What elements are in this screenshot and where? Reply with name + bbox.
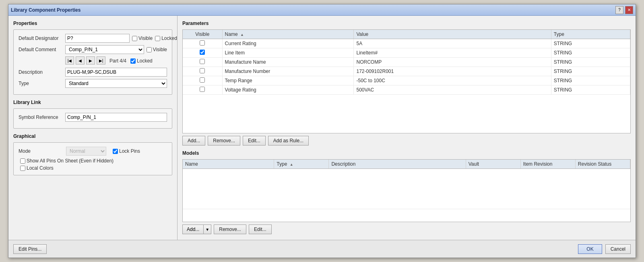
library-link-section: Library Link Symbol Reference	[13, 100, 172, 129]
lock-pins-checkbox[interactable]	[113, 149, 118, 154]
params-cell-value-4: -50C to 100C	[354, 76, 551, 85]
parameters-action-buttons: Add... Remove... Edit... Add as Rule...	[182, 133, 631, 146]
models-wrapper: Models Name Type ▲	[182, 150, 631, 235]
default-designator-input[interactable]	[65, 34, 130, 43]
models-add-dropdown-button[interactable]: ▼	[203, 225, 211, 234]
params-add-as-rule-button[interactable]: Add as Rule...	[268, 136, 309, 146]
show-all-pins-label: Show All Pins On Sheet (Even if Hidden)	[20, 158, 167, 164]
help-button[interactable]: ?	[615, 6, 623, 14]
properties-section: Properties Default Designator Visible Lo…	[13, 21, 172, 95]
models-thead: Name Type ▲ Description Va	[183, 160, 630, 169]
params-cell-name-0: Current Rating	[222, 39, 354, 48]
edit-pins-button[interactable]: Edit Pins...	[13, 244, 47, 254]
nav-last-button[interactable]: ▶|	[97, 56, 105, 64]
params-row-2[interactable]: Manufacture Name NORCOMP STRING	[183, 58, 630, 67]
ok-button[interactable]: OK	[578, 244, 602, 254]
params-visible-checkbox-1[interactable]	[200, 50, 205, 55]
models-title: Models	[182, 150, 631, 156]
local-colors-checkbox[interactable]	[20, 166, 25, 171]
models-header-row: Name Type ▲ Description Va	[183, 160, 630, 169]
models-add-button[interactable]: Add...	[182, 225, 203, 234]
params-add-button[interactable]: Add...	[182, 136, 205, 146]
mode-select[interactable]: Normal	[66, 147, 106, 156]
locked-checkbox[interactable]	[155, 36, 160, 41]
lock-pins-label: Lock Pins	[113, 148, 140, 154]
window-title: Library Component Properties	[11, 7, 80, 13]
params-cell-visible-3	[183, 67, 222, 76]
parameters-section: Visible Name ▲ Value	[182, 29, 631, 133]
col-header-type[interactable]: Type	[551, 30, 630, 39]
col-header-value[interactable]: Value	[354, 30, 551, 39]
params-row-0[interactable]: Current Rating 5A STRING	[183, 39, 630, 48]
models-remove-button[interactable]: Remove...	[214, 225, 246, 234]
params-remove-button[interactable]: Remove...	[208, 136, 240, 146]
params-visible-checkbox-0[interactable]	[200, 40, 205, 46]
nav-next-button[interactable]: ▶	[86, 56, 95, 64]
mode-label: Mode	[19, 148, 63, 154]
params-cell-type-3: STRING	[551, 67, 630, 76]
show-all-pins-checkbox[interactable]	[20, 158, 25, 164]
params-row-5[interactable]: Voltage Rating 500VAC STRING	[183, 85, 630, 95]
title-bar: Library Component Properties ? ✕	[8, 4, 636, 16]
name-sort-icon: ▲	[240, 33, 244, 37]
default-comment-row: Default Comment Comp_P/N_1 Visible	[19, 45, 167, 54]
params-visible-checkbox-5[interactable]	[200, 87, 205, 92]
graphical-box: Mode Normal Lock Pins Show All Pins On S…	[13, 142, 172, 175]
parameters-tbody: Current Rating 5A STRING Line Item LineI…	[183, 39, 630, 95]
properties-box: Default Designator Visible Locked	[13, 29, 172, 95]
models-tbody	[183, 169, 630, 209]
col-header-model-desc: Description	[329, 160, 466, 169]
params-cell-visible-0	[183, 39, 222, 48]
models-edit-button[interactable]: Edit...	[249, 225, 272, 234]
visible2-checkbox[interactable]	[147, 47, 152, 52]
params-cell-value-2: NORCOMP	[354, 58, 551, 67]
default-comment-select[interactable]: Comp_P/N_1	[65, 45, 144, 54]
params-cell-visible-1	[183, 48, 222, 58]
params-cell-value-5: 500VAC	[354, 85, 551, 95]
parameters-thead: Visible Name ▲ Value	[183, 30, 630, 39]
col-header-name[interactable]: Name ▲	[222, 30, 354, 39]
col-header-visible: Visible	[183, 30, 222, 39]
properties-title: Properties	[13, 21, 172, 26]
parameters-title: Parameters	[182, 21, 631, 26]
locked2-checkbox[interactable]	[130, 58, 136, 64]
col-header-model-type: Type ▲	[274, 160, 329, 169]
lock-pins-text: Lock Pins	[119, 148, 140, 154]
params-cell-type-4: STRING	[551, 76, 630, 85]
visible-label: Visible	[138, 35, 153, 41]
col-header-model-name: Name	[183, 160, 274, 169]
local-colors-label: Local Colors	[20, 165, 167, 171]
params-cell-visible-5	[183, 85, 222, 95]
default-designator-row: Default Designator Visible Locked	[19, 34, 167, 43]
type-select[interactable]: Standard Mechanical	[65, 79, 167, 88]
symbol-reference-input[interactable]	[65, 113, 167, 122]
params-row-1[interactable]: Line Item LineItem# STRING	[183, 48, 630, 58]
nav-prev-button[interactable]: ◀	[76, 56, 85, 64]
params-visible-checkbox-3[interactable]	[200, 68, 205, 73]
models-add-split-button: Add... ▼	[182, 225, 211, 234]
params-cell-type-5: STRING	[551, 85, 630, 95]
graphical-title: Graphical	[13, 133, 172, 139]
graphical-section: Graphical Mode Normal Lock Pins	[13, 133, 172, 175]
default-designator-label: Default Designator	[19, 35, 63, 41]
locked2-label: Locked	[137, 58, 153, 64]
params-row-4[interactable]: Temp Range -50C to 100C STRING	[183, 76, 630, 85]
cancel-button[interactable]: Cancel	[605, 244, 631, 254]
symbol-reference-row: Symbol Reference	[19, 113, 167, 122]
show-all-pins-text: Show All Pins On Sheet (Even if Hidden)	[27, 158, 114, 164]
description-input[interactable]	[65, 68, 167, 77]
params-row-3[interactable]: Manufacture Number 172-009102R001 STRING	[183, 67, 630, 76]
close-button[interactable]: ✕	[625, 6, 633, 14]
params-cell-visible-2	[183, 58, 222, 67]
params-visible-checkbox-2[interactable]	[200, 59, 205, 64]
parameters-header-row: Visible Name ▲ Value	[183, 30, 630, 39]
visible-checkbox[interactable]	[132, 36, 137, 41]
params-visible-checkbox-4[interactable]	[200, 77, 205, 83]
params-cell-name-2: Manufacture Name	[222, 58, 354, 67]
params-edit-button[interactable]: Edit...	[243, 136, 266, 146]
nav-first-button[interactable]: |◀	[65, 56, 74, 64]
bottom-right-buttons: OK Cancel	[578, 244, 631, 254]
parameters-table-scroll[interactable]: Visible Name ▲ Value	[183, 30, 630, 133]
params-cell-name-1: Line Item	[222, 48, 354, 58]
graphical-checkboxes: Show All Pins On Sheet (Even if Hidden) …	[20, 158, 167, 171]
